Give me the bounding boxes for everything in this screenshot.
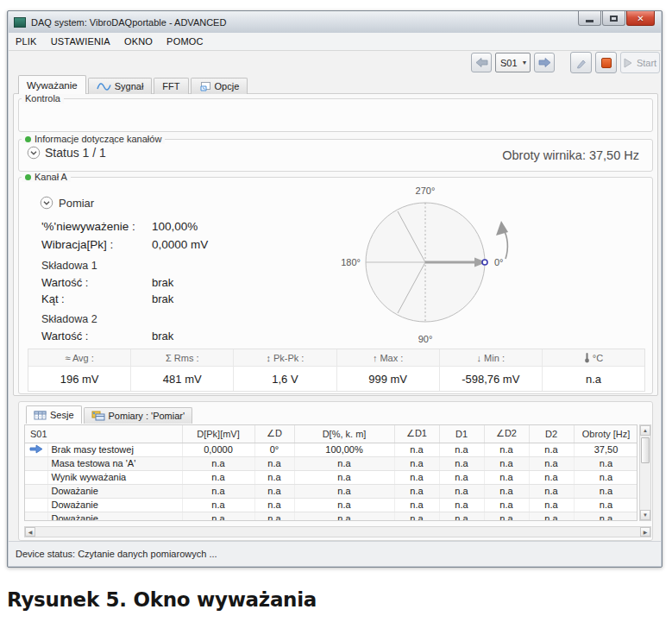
component1-angle-label: Kąt : <box>41 291 152 307</box>
row-arrow-cell <box>25 512 47 521</box>
measurement-readings: '%'niewyważenie :100,00% Wibracja[Pk] :0… <box>41 217 317 347</box>
pomiar-section-label: Pomiar <box>59 197 94 210</box>
menu-item-ustawienia[interactable]: USTAWIENIA <box>51 36 110 47</box>
component2-title: Składowa 2 <box>41 311 317 328</box>
stop-button[interactable] <box>595 52 617 73</box>
col-d2: D2 <box>529 425 574 443</box>
tab-sygnal[interactable]: Sygnał <box>88 78 153 94</box>
tab-opcje-label: Opcje <box>215 81 240 91</box>
next-session-button[interactable] <box>534 53 555 72</box>
channel-a-legend-label: Kanał A <box>35 172 67 182</box>
tab-opcje[interactable]: Opcje <box>191 78 248 94</box>
row-arrow-cell <box>25 484 47 498</box>
edit-record-button[interactable] <box>570 52 592 73</box>
table-row[interactable]: Doważanien.an.an.an.an.an.an.an.a <box>25 512 637 521</box>
figure-caption: Rysunek 5. Okno wyważania <box>7 588 317 611</box>
kontrola-groupbox <box>18 98 653 132</box>
unbalance-value: 100,00% <box>152 217 198 236</box>
scroll-right-button[interactable]: ▶ <box>640 527 650 537</box>
close-button[interactable]: ✕ <box>626 11 655 26</box>
table-row[interactable]: Brak masy testowej0,00000°100,00%n.an.an… <box>25 443 637 456</box>
component1-value: brak <box>152 274 173 291</box>
app-window: DAQ system: VibroDAQportable - ADVANCED … <box>7 10 663 568</box>
vertical-scrollbar[interactable]: ▲ ▼ <box>639 424 651 521</box>
tab-sesje[interactable]: Sesje <box>26 405 82 424</box>
minimize-button[interactable] <box>578 11 601 26</box>
green-status-dot <box>25 136 31 142</box>
table-row[interactable]: Wynik wyważanian.an.an.an.an.an.an.an.a <box>25 470 637 484</box>
vibration-value: 0,0000 mV <box>152 236 208 254</box>
active-row-arrow-icon <box>25 443 47 456</box>
session-select[interactable]: S01▼ <box>495 53 531 72</box>
scrollbar-thumb[interactable] <box>641 437 650 463</box>
title-bar[interactable]: DAQ system: VibroDAQportable - ADVANCED <box>9 11 661 33</box>
stop-icon <box>601 58 612 68</box>
col-angle-d2: ∠D2 <box>484 425 529 443</box>
tab-wywazanie[interactable]: Wyważanie <box>18 75 86 94</box>
prev-session-button[interactable] <box>471 53 492 72</box>
row-cell: n.a <box>439 456 484 470</box>
row-cell: n.a <box>574 512 637 521</box>
start-button-label: Start <box>637 58 656 68</box>
row-cell: n.a <box>574 484 637 498</box>
scroll-down-button[interactable]: ▼ <box>640 510 650 520</box>
channel-info-legend-label: Informacje dotyczące kanałów <box>35 134 161 144</box>
row-arrow-cell <box>25 498 47 512</box>
chevron-circle-icon <box>40 196 53 210</box>
stat-pkpk-header: ↕ Pk-Pk : <box>234 349 336 367</box>
component1-value-label: Wartość : <box>41 274 152 291</box>
rotor-speed: Obroty wirnika: 37,50 Hz <box>502 148 639 162</box>
row-cell: n.a <box>294 498 394 512</box>
row-cell: n.a <box>529 443 574 456</box>
session-table-header-row: S01 D[Pk][mV] ∠D D[%, k. m] ∠D1 D1 ∠D2 D… <box>25 425 637 443</box>
row-cell: n.a <box>254 470 294 484</box>
polar-label-0: 0° <box>494 257 504 267</box>
pencil-icon <box>575 57 587 69</box>
row-cell: n.a <box>439 512 484 521</box>
col-angle-d: ∠D <box>254 425 294 443</box>
menu-item-plik[interactable]: PLIK <box>16 36 37 47</box>
maximize-button[interactable] <box>602 11 625 26</box>
component2-value-label: Wartość : <box>41 328 152 344</box>
table-row[interactable]: Masa testowa na 'A'n.an.an.an.an.an.an.a… <box>25 456 637 470</box>
main-tabstrip: Wyważanie Sygnał FFT Opcje <box>18 75 249 94</box>
tab-fft[interactable]: FFT <box>154 78 188 94</box>
polar-label-90: 90° <box>418 334 433 344</box>
collapse-status-button[interactable] <box>27 146 41 160</box>
row-cell: n.a <box>484 470 529 484</box>
sine-wave-icon <box>97 82 111 91</box>
menu-item-pomoc[interactable]: POMOC <box>166 36 204 47</box>
channel-a-groupbox: Pomiar '%'niewyważenie :100,00% Wibracja… <box>18 177 653 394</box>
row-cell: n.a <box>574 456 637 470</box>
stat-max-header: ↑ Max : <box>337 349 439 367</box>
scroll-left-button[interactable]: ◀ <box>25 527 35 537</box>
component2-angle-label: Kąt : <box>41 344 152 347</box>
scroll-up-button[interactable]: ▲ <box>640 425 650 436</box>
component1-angle: brak <box>152 291 173 307</box>
table-row[interactable]: Doważanien.an.an.an.an.an.an.an.a <box>25 484 637 498</box>
horizontal-scrollbar[interactable]: ◀ ▶ <box>24 526 651 537</box>
menu-item-okno[interactable]: OKNO <box>124 36 153 47</box>
row-cell: n.a <box>484 498 529 512</box>
device-status-text: Device status: Czytanie danych pomiarowy… <box>16 549 217 559</box>
tab-pomiary[interactable]: Pomiary : 'Pomiar' <box>84 407 193 424</box>
row-cell: n.a <box>254 456 294 470</box>
row-cell: n.a <box>182 456 254 470</box>
close-icon: ✕ <box>637 14 644 23</box>
row-cell: n.a <box>394 456 439 470</box>
row-cell: n.a <box>182 470 254 484</box>
status-bar: Device status: Czytanie danych pomiarowy… <box>9 541 661 566</box>
row-cell: n.a <box>394 512 439 521</box>
start-button[interactable]: Start <box>620 52 660 73</box>
sessions-tabstrip: Sesje Pomiary : 'Pomiar' <box>26 405 194 424</box>
row-cell: n.a <box>394 484 439 498</box>
play-icon <box>624 58 632 68</box>
row-label: Brak masy testowej <box>47 443 182 456</box>
row-cell: n.a <box>294 470 394 484</box>
sessions-panel: Sesje Pomiary : 'Pomiar' S01 D[Pk][mV] ∠… <box>18 401 653 541</box>
stat-avg-header: ≈ Avg : <box>28 349 130 367</box>
collapse-pomiar-button[interactable] <box>40 196 53 210</box>
stat-temp-header: °C <box>593 353 603 363</box>
session-table-body: Brak masy testowej0,00000°100,00%n.an.an… <box>25 443 637 521</box>
table-row[interactable]: Doważanien.an.an.an.an.an.an.an.a <box>25 498 637 512</box>
